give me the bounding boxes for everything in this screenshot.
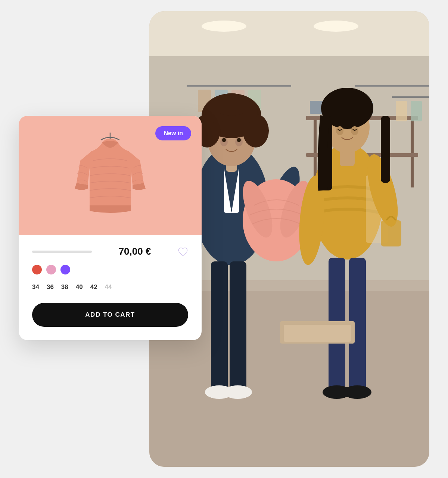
svg-point-2 xyxy=(202,21,246,32)
svg-rect-60 xyxy=(284,325,351,342)
color-option-red[interactable] xyxy=(32,265,42,274)
progress-bar xyxy=(32,251,92,253)
main-scene: New in xyxy=(19,11,429,467)
wishlist-icon[interactable] xyxy=(178,246,188,257)
size-38[interactable]: 38 xyxy=(61,283,68,291)
svg-point-3 xyxy=(314,21,358,32)
add-to-cart-button[interactable]: ADD TO CART xyxy=(32,303,188,327)
svg-rect-61 xyxy=(381,220,401,246)
product-info: 70,00 € 34 36 38 40 42 44 ADD T xyxy=(19,235,202,340)
colors-row xyxy=(32,265,188,274)
svg-point-58 xyxy=(343,385,371,399)
product-card: New in xyxy=(19,116,202,340)
size-42[interactable]: 42 xyxy=(90,283,97,291)
product-image-area: New in xyxy=(19,116,202,235)
size-40[interactable]: 40 xyxy=(76,283,83,291)
svg-rect-63 xyxy=(396,101,407,121)
color-option-pink[interactable] xyxy=(46,265,56,274)
price-row: 70,00 € xyxy=(32,246,188,257)
sizes-row: 34 36 38 40 42 44 xyxy=(32,283,188,291)
svg-rect-38 xyxy=(230,261,246,392)
svg-rect-52 xyxy=(381,116,390,183)
new-badge: New in xyxy=(155,126,191,140)
svg-rect-64 xyxy=(411,101,422,121)
svg-point-32 xyxy=(213,93,250,116)
svg-rect-1 xyxy=(149,11,429,56)
svg-rect-37 xyxy=(211,261,228,392)
size-44: 44 xyxy=(105,283,112,291)
price-label: 70,00 € xyxy=(119,246,151,257)
svg-point-40 xyxy=(224,385,252,399)
size-34[interactable]: 34 xyxy=(32,283,39,291)
svg-point-36 xyxy=(237,138,241,142)
svg-point-35 xyxy=(222,138,226,142)
product-image xyxy=(69,131,151,220)
color-option-purple[interactable] xyxy=(60,265,70,274)
size-36[interactable]: 36 xyxy=(47,283,54,291)
